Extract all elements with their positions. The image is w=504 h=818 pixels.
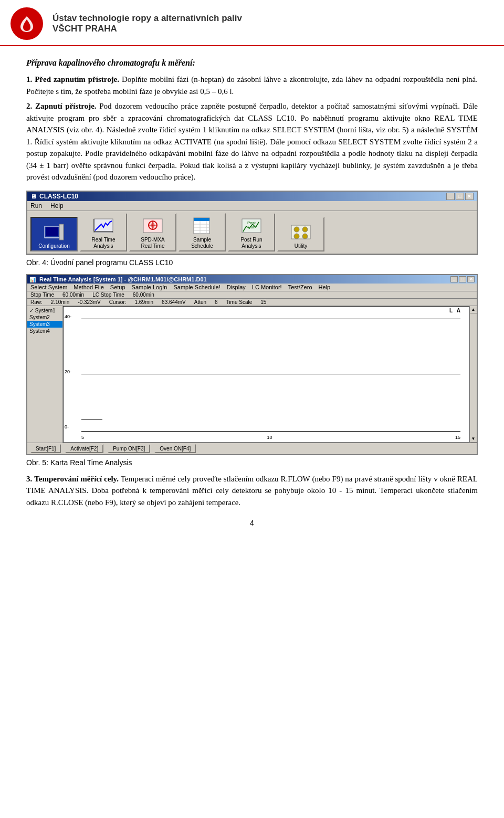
cls-menubar: Run Help <box>27 201 477 211</box>
rta-close-btn[interactable]: ✕ <box>467 276 475 282</box>
menu-test-zero[interactable]: Test/Zero <box>288 284 312 290</box>
svg-point-25 <box>294 234 299 239</box>
institution-line2: VŠCHT PRAHA <box>52 24 242 34</box>
rta-titlebar: 📊 Real Time Analysis [System 1] - @CHRM1… <box>27 275 477 284</box>
btn-post-run[interactable]: Post Run Post RunAnalysis <box>228 213 275 251</box>
minimize-btn[interactable]: _ <box>446 193 455 200</box>
rta-la-label: L A <box>449 308 460 313</box>
item2-text: Pod dozorem vedoucího práce zapněte post… <box>26 102 478 181</box>
real-time-analysis-icon <box>92 216 115 236</box>
btn-sample-schedule[interactable]: SampleSchedule <box>178 213 226 251</box>
menu-lc-monitor[interactable]: LC Monitor! <box>252 284 282 290</box>
item3-num: 3. <box>26 475 32 483</box>
xaxis-5: 5 <box>81 435 84 440</box>
rta-yaxis: 40- 20- 0- <box>65 312 80 432</box>
rta-title-text: 📊 Real Time Analysis [System 1] - @CHRM1… <box>29 276 207 282</box>
menu-method-file[interactable]: Method File <box>74 284 103 290</box>
cursor2-val: 63.644mV <box>162 299 186 305</box>
menu-display[interactable]: Display <box>227 284 246 290</box>
sidebar-system1[interactable]: ✓ System1 <box>27 307 62 314</box>
rta-title: Real Time Analysis [System 1] - @CHRM1.M… <box>39 276 207 282</box>
maximize-btn[interactable]: □ <box>456 193 464 200</box>
institution-name: Ústav technologie ropy a alternativních … <box>52 13 242 34</box>
rta-title-icon: 📊 <box>29 277 36 282</box>
page-number: 4 <box>26 519 478 527</box>
stop-time-label: Stop Time <box>30 292 54 298</box>
cursor-val: 1.69min <box>135 299 154 305</box>
item2-label: Zapnutí přístroje. <box>35 102 97 110</box>
item3-label: Temperování měřící cely. <box>34 475 119 483</box>
xaxis-15: 15 <box>455 435 460 440</box>
btn-utility-label: Utility <box>295 243 307 249</box>
rta-status-bar: Start[F1] Activate[F2] Pump ON[F3] Oven … <box>27 443 477 454</box>
cls-window: 🖥 CLASS-LC10 _ □ ✕ Run Help <box>26 191 478 255</box>
svg-rect-4 <box>94 219 113 233</box>
btn-sample-schedule-label: SampleSchedule <box>191 237 213 249</box>
grid-line-top <box>81 318 460 319</box>
menu-run[interactable]: Run <box>30 202 42 209</box>
logo <box>10 7 43 40</box>
lc-stop-label: LC Stop Time <box>92 292 124 298</box>
raw-label: Raw: <box>30 299 43 305</box>
svg-point-24 <box>302 227 308 232</box>
page-content: Příprava kapalinového chromatografu k mě… <box>0 57 504 543</box>
scroll-up-btn[interactable]: ▲ <box>470 306 477 313</box>
btn-real-time-label: Real TimeAnalysis <box>91 237 115 249</box>
sidebar-system3[interactable]: System3 <box>27 321 62 328</box>
btn-utility[interactable]: Utility <box>277 217 324 251</box>
rta-menubar: Select System Method File Setup Sample L… <box>27 284 477 291</box>
rta-sidebar: ✓ System1 System2 System3 System4 <box>27 306 63 443</box>
cls-title-icon: 🖥 <box>30 193 36 200</box>
sidebar-system4[interactable]: System4 <box>27 328 62 334</box>
section-title: Příprava kapalinového chromatografu k mě… <box>26 57 478 69</box>
menu-setup[interactable]: Setup <box>110 284 125 290</box>
svg-rect-13 <box>194 218 209 221</box>
oven-on-btn[interactable]: Oven ON[F4] <box>154 444 196 453</box>
btn-post-run-label: Post RunAnalysis <box>240 237 262 249</box>
btn-spd-mxa[interactable]: SPD-MXAReal Time <box>129 213 176 251</box>
figure5-caption: Obr. 5: Karta Real Time Analysis <box>26 458 478 467</box>
close-btn[interactable]: ✕ <box>465 193 474 200</box>
lc-stop-val: 60.00min <box>133 292 154 298</box>
menu-select-system[interactable]: Select System <box>30 284 67 290</box>
rta-titlebar-buttons: _ □ ✕ <box>450 276 475 282</box>
institution-line1: Ústav technologie ropy a alternativních … <box>52 13 242 24</box>
rta-maximize-btn[interactable]: □ <box>459 276 466 282</box>
signal-line <box>81 420 102 420</box>
list-item-3: 3. Temperování měřící cely. Temperaci mě… <box>26 473 478 509</box>
rta-window: 📊 Real Time Analysis [System 1] - @CHRM1… <box>26 274 478 455</box>
start-btn[interactable]: Start[F1] <box>30 444 61 453</box>
svg-point-26 <box>302 234 308 239</box>
yaxis-0: 0- <box>65 424 80 429</box>
list-item-1: 1. Před zapnutím přístroje. Doplňte mobi… <box>26 74 478 97</box>
cls-title-text: CLASS-LC10 <box>39 193 78 200</box>
item2-num: 2. <box>26 102 32 110</box>
menu-sample-schedule[interactable]: Sample Schedule! <box>173 284 220 290</box>
svg-rect-2 <box>59 224 64 240</box>
cls-toolbar: Configuration Real TimeAnalysis <box>27 211 477 254</box>
rta-minimize-btn[interactable]: _ <box>450 276 458 282</box>
spd-mxa-icon <box>141 216 164 236</box>
pump-on-btn[interactable]: Pump ON[F3] <box>108 444 150 453</box>
menu-sample-login[interactable]: Sample Log!n <box>132 284 167 290</box>
cls-titlebar-buttons: _ □ ✕ <box>446 193 474 200</box>
btn-configuration[interactable]: Configuration <box>30 217 78 251</box>
page-header: Ústav technologie ropy a alternativních … <box>0 0 504 46</box>
sidebar-system2[interactable]: System2 <box>27 314 62 321</box>
scroll-down-btn[interactable]: ▼ <box>470 435 477 443</box>
menu-rta-help[interactable]: Help <box>319 284 331 290</box>
post-run-icon: Post Run <box>240 216 263 236</box>
yaxis-20: 20- <box>65 369 80 374</box>
rta-xaxis: 5 10 15 <box>81 435 460 440</box>
menu-help[interactable]: Help <box>50 202 64 209</box>
grid-line-mid <box>81 374 460 375</box>
atten-label: Atten <box>194 299 206 305</box>
activate-btn[interactable]: Activate[F2] <box>65 444 103 453</box>
sample-schedule-icon <box>191 216 214 236</box>
btn-real-time-analysis[interactable]: Real TimeAnalysis <box>80 213 127 251</box>
configuration-icon <box>43 222 66 242</box>
atten-val: 6 <box>215 299 218 305</box>
time-label: Time Scale <box>226 299 253 305</box>
cls-titlebar: 🖥 CLASS-LC10 _ □ ✕ <box>27 192 477 201</box>
list-item-2: 2. Zapnutí přístroje. Pod dozorem vedouc… <box>26 100 478 183</box>
